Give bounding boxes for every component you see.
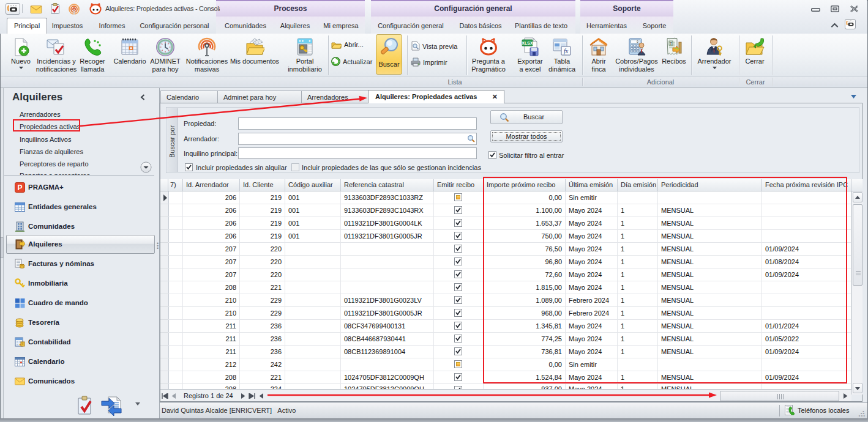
svg-text:T: T: [670, 42, 672, 45]
svg-text:0: 0: [637, 40, 638, 44]
svg-text:XLSX: XLSX: [522, 41, 533, 45]
svg-text:P: P: [17, 183, 22, 192]
svg-text:fx: fx: [564, 48, 569, 54]
